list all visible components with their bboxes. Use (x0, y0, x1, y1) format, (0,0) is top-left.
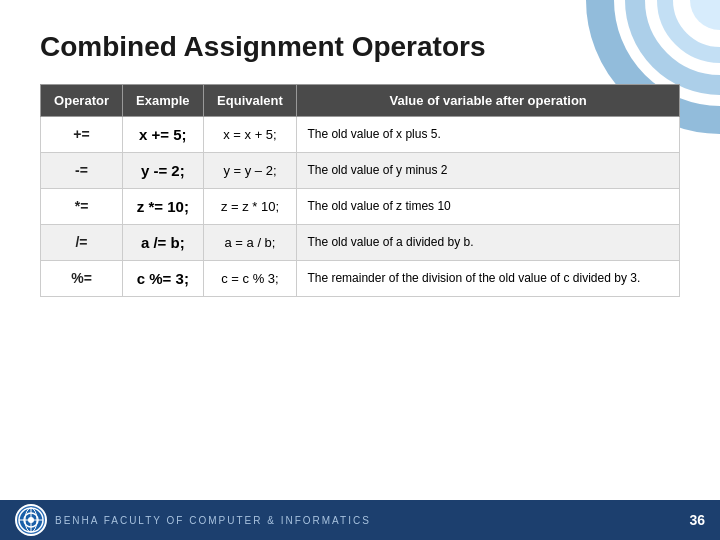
main-content: Combined Assignment Operators Operator E… (0, 0, 720, 500)
value-cell: The remainder of the division of the old… (297, 260, 680, 296)
col-header-example: Example (123, 84, 204, 116)
equivalent-cell: x = x + 5; (203, 116, 297, 152)
operator-cell: %= (41, 260, 123, 296)
operators-table: Operator Example Equivalent Value of var… (40, 84, 680, 297)
value-cell: The old value of x plus 5. (297, 116, 680, 152)
operator-cell: += (41, 116, 123, 152)
example-cell: z *= 10; (123, 188, 204, 224)
table-row: +=x += 5;x = x + 5;The old value of x pl… (41, 116, 680, 152)
operator-cell: *= (41, 188, 123, 224)
operator-cell: -= (41, 152, 123, 188)
col-header-operator: Operator (41, 84, 123, 116)
page-title: Combined Assignment Operators (40, 30, 680, 64)
example-cell: x += 5; (123, 116, 204, 152)
equivalent-cell: z = z * 10; (203, 188, 297, 224)
value-cell: The old value of z times 10 (297, 188, 680, 224)
col-header-value: Value of variable after operation (297, 84, 680, 116)
bottom-tagline: Benha Faculty of Computer & Informatics (55, 515, 371, 526)
page-number: 36 (689, 512, 705, 528)
equivalent-cell: y = y – 2; (203, 152, 297, 188)
example-cell: y -= 2; (123, 152, 204, 188)
logo-area: Benha Faculty of Computer & Informatics (15, 504, 371, 536)
equivalent-cell: a = a / b; (203, 224, 297, 260)
value-cell: The old value of y minus 2 (297, 152, 680, 188)
operator-cell: /= (41, 224, 123, 260)
equivalent-cell: c = c % 3; (203, 260, 297, 296)
bottom-bar: Benha Faculty of Computer & Informatics … (0, 500, 720, 540)
table-row: /=a /= b;a = a / b;The old value of a di… (41, 224, 680, 260)
col-header-equivalent: Equivalent (203, 84, 297, 116)
table-row: -=y -= 2;y = y – 2;The old value of y mi… (41, 152, 680, 188)
logo-circle (15, 504, 47, 536)
table-row: *=z *= 10;z = z * 10;The old value of z … (41, 188, 680, 224)
value-cell: The old value of a divided by b. (297, 224, 680, 260)
table-row: %=c %= 3;c = c % 3;The remainder of the … (41, 260, 680, 296)
example-cell: c %= 3; (123, 260, 204, 296)
example-cell: a /= b; (123, 224, 204, 260)
